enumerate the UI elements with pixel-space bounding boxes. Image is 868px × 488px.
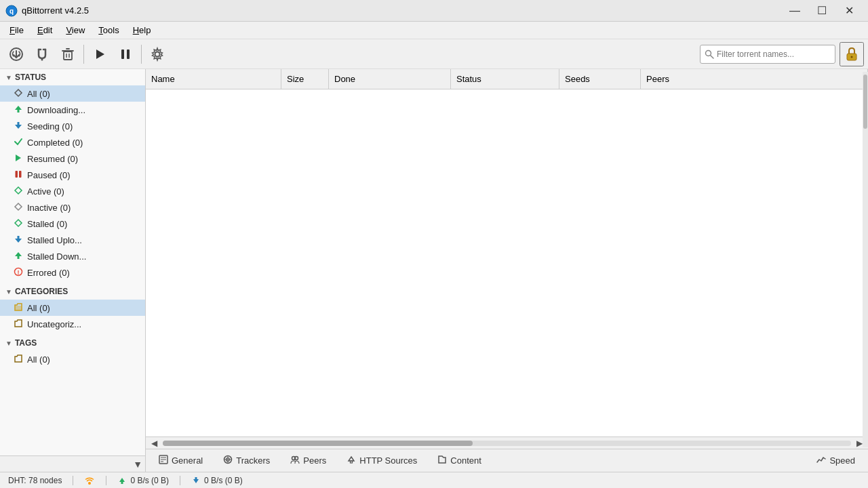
svg-marker-11 — [96, 49, 104, 59]
table-body — [146, 89, 868, 436]
stalled-upload-icon — [14, 235, 23, 246]
delete-button[interactable] — [56, 42, 80, 66]
sidebar-item-completed-label: Completed (0) — [27, 138, 83, 148]
lock-icon — [844, 46, 860, 62]
sidebar-item-uncategorized[interactable]: Uncategoriz... — [0, 316, 145, 332]
svg-rect-21 — [18, 110, 20, 113]
upload-speed-status: 0 B/s (0 B) — [191, 476, 243, 485]
search-icon — [705, 49, 714, 59]
svg-text:q: q — [9, 7, 14, 15]
speed-tab-icon — [816, 455, 826, 466]
tab-general[interactable]: General — [149, 451, 213, 471]
options-button[interactable] — [145, 42, 170, 66]
sidebar-item-inactive[interactable]: Inactive (0) — [0, 199, 145, 216]
connection-status — [84, 476, 95, 485]
svg-rect-6 — [64, 52, 72, 60]
search-input[interactable] — [717, 49, 825, 59]
menu-edit[interactable]: Edit — [31, 24, 59, 37]
add-torrent-button[interactable] — [4, 42, 28, 66]
categories-section-header[interactable]: ▼ CATEGORIES — [0, 283, 145, 300]
status-section-header[interactable]: ▼ STATUS — [0, 69, 145, 85]
sidebar-item-stalled-upload-label: Stalled Uplo... — [27, 235, 82, 245]
menu-view[interactable]: View — [59, 24, 92, 37]
title-bar: q qBittorrent v4.2.5 — ☐ ✕ — [0, 0, 868, 22]
sidebar-item-seeding[interactable]: Seeding (0) — [0, 118, 145, 134]
col-header-done[interactable]: Done — [329, 69, 451, 89]
toolbar-separator-1 — [83, 45, 84, 64]
svg-rect-12 — [121, 49, 124, 59]
sidebar-item-stalled-download[interactable]: Stalled Down... — [0, 248, 145, 264]
sidebar: ▼ STATUS All (0) Downloading... Seed — [0, 69, 146, 472]
sidebar-item-cat-all[interactable]: All (0) — [0, 300, 145, 316]
sidebar-scroll[interactable]: ▼ STATUS All (0) Downloading... Seed — [0, 69, 145, 455]
sidebar-item-resumed[interactable]: Resumed (0) — [0, 150, 145, 167]
h-scroll-left-arrow[interactable]: ◀ — [149, 439, 160, 448]
main-area: ▼ STATUS All (0) Downloading... Seed — [0, 69, 868, 472]
sidebar-item-all[interactable]: All (0) — [0, 85, 145, 102]
tab-http-sources-label: HTTP Sources — [359, 455, 417, 466]
sidebar-item-resumed-label: Resumed (0) — [27, 154, 78, 164]
tab-content[interactable]: Content — [427, 451, 492, 471]
svg-rect-13 — [127, 49, 130, 59]
add-magnet-button[interactable] — [30, 42, 54, 66]
svg-marker-29 — [15, 220, 22, 226]
col-header-name[interactable]: Name — [146, 69, 281, 89]
resume-button[interactable] — [87, 42, 112, 66]
stalled-download-icon — [14, 251, 23, 262]
app-icon: q — [5, 5, 18, 17]
tab-general-label: General — [172, 455, 203, 466]
col-header-peers[interactable]: Peers — [641, 69, 868, 89]
sidebar-item-downloading-label: Downloading... — [27, 105, 85, 115]
svg-text:!: ! — [18, 269, 20, 276]
search-box — [700, 45, 835, 64]
svg-point-14 — [155, 52, 160, 56]
sidebar-item-stalled-upload[interactable]: Stalled Uplo... — [0, 232, 145, 248]
svg-marker-49 — [119, 478, 125, 482]
title-left: q qBittorrent v4.2.5 — [5, 5, 89, 17]
inactive-icon — [14, 202, 23, 214]
status-bar: DHT: 78 nodes 0 B/s (0 B) 0 B/s (0 B) — [0, 472, 868, 488]
paused-icon — [14, 169, 23, 181]
svg-marker-19 — [15, 89, 22, 96]
sidebar-item-tag-all[interactable]: All (0) — [0, 351, 145, 367]
svg-rect-50 — [121, 482, 123, 484]
toolbar-separator-2 — [141, 45, 142, 64]
sidebar-item-errored[interactable]: ! Errored (0) — [0, 264, 145, 281]
horizontal-scrollbar[interactable]: ◀ ▶ — [146, 436, 868, 449]
tab-speed[interactable]: Speed — [806, 451, 865, 471]
minimize-button[interactable]: — — [781, 0, 808, 22]
sidebar-item-tag-all-label: All (0) — [27, 354, 50, 365]
tab-trackers[interactable]: Trackers — [213, 451, 280, 471]
http-sources-tab-icon — [347, 455, 356, 466]
sidebar-item-stalled[interactable]: Stalled (0) — [0, 216, 145, 232]
col-header-status[interactable]: Status — [451, 69, 559, 89]
sidebar-collapse-btn[interactable]: ▼ — [133, 459, 142, 470]
tags-section-header[interactable]: ▼ TAGS — [0, 335, 145, 351]
tab-trackers-label: Trackers — [236, 455, 270, 466]
sidebar-item-stalled-download-label: Stalled Down... — [27, 251, 86, 262]
pause-button[interactable] — [113, 42, 138, 66]
col-header-size[interactable]: Size — [281, 69, 329, 89]
tab-peers[interactable]: Peers — [280, 451, 336, 471]
sidebar-item-paused[interactable]: Paused (0) — [0, 167, 145, 183]
lock-button[interactable] — [840, 42, 864, 66]
dht-status: DHT: 78 nodes — [8, 476, 62, 485]
maximize-button[interactable]: ☐ — [808, 0, 835, 22]
menu-tools[interactable]: Tools — [92, 24, 125, 37]
menu-help[interactable]: Help — [126, 24, 158, 37]
delete-icon — [60, 47, 75, 62]
pause-icon — [118, 47, 133, 62]
sidebar-item-active[interactable]: Active (0) — [0, 183, 145, 199]
bottom-tabs: General Trackers Peers HTTP Sources — [146, 449, 868, 472]
sidebar-item-downloading[interactable]: Downloading... — [0, 102, 145, 118]
close-button[interactable]: ✕ — [835, 0, 863, 22]
menu-file[interactable]: File — [3, 24, 31, 37]
h-scroll-thumb[interactable] — [163, 441, 473, 446]
svg-rect-23 — [18, 122, 20, 125]
svg-marker-32 — [15, 252, 22, 256]
sidebar-item-completed[interactable]: Completed (0) — [0, 134, 145, 150]
tab-http-sources[interactable]: HTTP Sources — [336, 451, 427, 471]
content-area: Name Size Done Status Seeds Peers ◀ — [146, 69, 868, 472]
col-header-seeds[interactable]: Seeds — [559, 69, 641, 89]
h-scroll-track[interactable] — [163, 441, 851, 446]
